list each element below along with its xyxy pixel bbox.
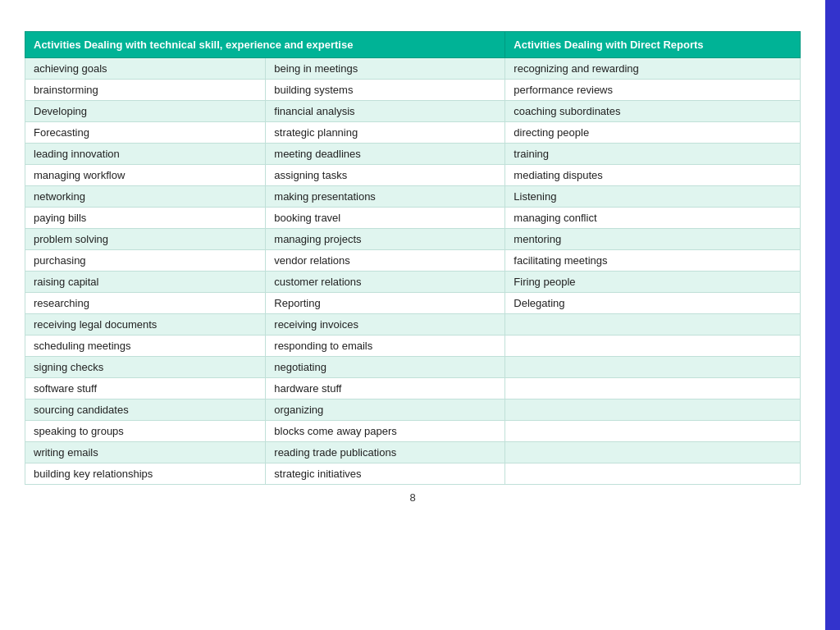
cell-13-2: [505, 336, 801, 357]
cell-12-1: receiving invoices: [266, 314, 505, 336]
table-row: achieving goalsbeing in meetingsrecogniz…: [25, 58, 801, 80]
cell-0-1: being in meetings: [266, 58, 505, 80]
cell-19-0: building key relationships: [25, 463, 266, 485]
cell-11-2: Delegating: [505, 293, 801, 314]
cell-8-2: mentoring: [505, 229, 801, 250]
cell-18-1: reading trade publications: [266, 442, 505, 463]
cell-19-1: strategic initiatives: [266, 463, 505, 485]
cell-3-0: Forecasting: [25, 122, 266, 144]
cell-13-0: scheduling meetings: [25, 336, 266, 357]
table-row: paying billsbooking travelmanaging confl…: [25, 208, 801, 229]
table-row: purchasingvendor relationsfacilitating m…: [25, 250, 801, 272]
cell-13-1: responding to emails: [266, 336, 505, 357]
table-row: building key relationshipsstrategic init…: [25, 463, 801, 485]
table-row: raising capitalcustomer relationsFiring …: [25, 272, 801, 293]
table-row: networkingmaking presentationsListening: [25, 186, 801, 208]
cell-12-2: [505, 314, 801, 336]
cell-19-2: [505, 463, 801, 485]
cell-16-0: sourcing candidates: [25, 399, 266, 421]
table-row: software stuffhardware stuff: [25, 378, 801, 399]
table-row: receiving legal documentsreceiving invoi…: [25, 314, 801, 336]
header-col12: Activities Dealing with technical skill,…: [25, 32, 505, 58]
cell-18-2: [505, 442, 801, 463]
table-row: Forecastingstrategic planningdirecting p…: [25, 122, 801, 144]
table-row: signing checksnegotiating: [25, 357, 801, 378]
cell-5-1: assigning tasks: [266, 165, 505, 186]
table-row: Developingfinancial analysiscoaching sub…: [25, 101, 801, 122]
cell-9-2: facilitating meetings: [505, 250, 801, 272]
main-content: Activities Dealing with technical skill,…: [0, 0, 825, 630]
table-row: writing emailsreading trade publications: [25, 442, 801, 463]
cell-5-0: managing workflow: [25, 165, 266, 186]
cell-18-0: writing emails: [25, 442, 266, 463]
cell-17-2: [505, 421, 801, 442]
cell-7-1: booking travel: [266, 208, 505, 229]
cell-17-0: speaking to groups: [25, 421, 266, 442]
cell-4-0: leading innovation: [25, 144, 266, 165]
cell-14-2: [505, 357, 801, 378]
cell-10-0: raising capital: [25, 272, 266, 293]
header-col3: Activities Dealing with Direct Reports: [505, 32, 801, 58]
cell-5-2: mediating disputes: [505, 165, 801, 186]
cell-8-0: problem solving: [25, 229, 266, 250]
cell-1-0: brainstorming: [25, 80, 266, 101]
cell-6-0: networking: [25, 186, 266, 208]
table-row: leading innovationmeeting deadlinestrain…: [25, 144, 801, 165]
cell-7-2: managing conflict: [505, 208, 801, 229]
cell-6-1: making presentations: [266, 186, 505, 208]
cell-0-0: achieving goals: [25, 58, 266, 80]
cell-11-1: Reporting: [266, 293, 505, 314]
cell-12-0: receiving legal documents: [25, 314, 266, 336]
cell-14-0: signing checks: [25, 357, 266, 378]
cell-10-1: customer relations: [266, 272, 505, 293]
cell-6-2: Listening: [505, 186, 801, 208]
cell-16-1: organizing: [266, 399, 505, 421]
cell-9-1: vendor relations: [266, 250, 505, 272]
cell-1-1: building systems: [266, 80, 505, 101]
cell-8-1: managing projects: [266, 229, 505, 250]
cell-1-2: performance reviews: [505, 80, 801, 101]
cell-4-2: training: [505, 144, 801, 165]
cell-2-1: financial analysis: [266, 101, 505, 122]
cell-4-1: meeting deadlines: [266, 144, 505, 165]
right-sidebar: [825, 0, 840, 630]
cell-14-1: negotiating: [266, 357, 505, 378]
cell-10-2: Firing people: [505, 272, 801, 293]
cell-2-2: coaching subordinates: [505, 101, 801, 122]
cell-0-2: recognizing and rewarding: [505, 58, 801, 80]
page-number: 8: [409, 491, 415, 504]
cell-15-1: hardware stuff: [266, 378, 505, 399]
cell-3-1: strategic planning: [266, 122, 505, 144]
cell-3-2: directing people: [505, 122, 801, 144]
table-row: researchingReportingDelegating: [25, 293, 801, 314]
cell-15-0: software stuff: [25, 378, 266, 399]
table-header-row: Activities Dealing with technical skill,…: [25, 32, 801, 58]
cell-16-2: [505, 399, 801, 421]
table-row: problem solvingmanaging projectsmentorin…: [25, 229, 801, 250]
cell-15-2: [505, 378, 801, 399]
table-row: brainstormingbuilding systemsperformance…: [25, 80, 801, 101]
cell-11-0: researching: [25, 293, 266, 314]
table-row: scheduling meetingsresponding to emails: [25, 336, 801, 357]
cell-9-0: purchasing: [25, 250, 266, 272]
activities-table: Activities Dealing with technical skill,…: [25, 31, 801, 485]
table-row: managing workflowassigning tasksmediatin…: [25, 165, 801, 186]
table-row: speaking to groupsblocks come away paper…: [25, 421, 801, 442]
table-body: achieving goalsbeing in meetingsrecogniz…: [25, 58, 801, 485]
table-row: sourcing candidatesorganizing: [25, 399, 801, 421]
cell-17-1: blocks come away papers: [266, 421, 505, 442]
cell-2-0: Developing: [25, 101, 266, 122]
cell-7-0: paying bills: [25, 208, 266, 229]
